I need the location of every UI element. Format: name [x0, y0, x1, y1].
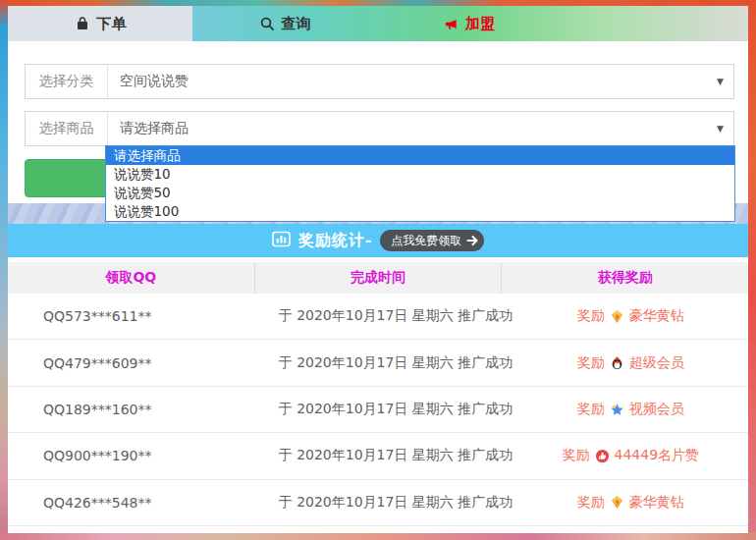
- table-body: QQ573***611** 于 2020年10月17日 星期六 推广成功 奖励 …: [8, 294, 748, 526]
- tab-bar: 下单 查询 加盟: [8, 6, 748, 41]
- category-value: 空间说说赞: [120, 73, 189, 90]
- background-left: [0, 0, 8, 540]
- thumb-icon: [595, 449, 610, 463]
- arrow-right-icon: [466, 235, 479, 246]
- time-cell: 于 2020年10月17日 星期六 推广成功: [278, 340, 513, 385]
- tab-join[interactable]: 加盟: [377, 6, 562, 41]
- qq-cell: QQ479***609**: [8, 340, 278, 385]
- product-row: 选择商品 请选择商品 ▼: [25, 111, 734, 146]
- category-select[interactable]: 空间说说赞 ▼: [108, 65, 733, 98]
- tab-order-label: 下单: [97, 15, 127, 33]
- penguin-icon: [610, 355, 624, 370]
- qq-cell: QQ426***548**: [8, 480, 278, 525]
- reward-name: 豪华黄钻: [629, 494, 684, 512]
- search-icon: [259, 16, 275, 31]
- megaphone-icon: [444, 17, 459, 31]
- table-row: QQ426***548** 于 2020年10月17日 星期六 推广成功 奖励 …: [8, 480, 748, 526]
- reward-prefix: 奖励: [577, 401, 605, 418]
- background-right: [747, 0, 756, 540]
- reward-name: 豪华黄钻: [629, 307, 684, 325]
- dropdown-option[interactable]: 请选择商品: [106, 146, 734, 165]
- reward-name: 44449名片赞: [615, 447, 700, 464]
- reward-stats-card: 奖励统计- 点我免费领取 领取QQ 完成时间 获得奖励 QQ573***611*…: [8, 224, 748, 533]
- category-row: 选择分类 空间说说赞 ▼: [25, 64, 734, 99]
- free-claim-button[interactable]: 点我免费领取: [380, 230, 484, 251]
- qq-cell: QQ900***190**: [8, 433, 278, 478]
- table-header: 领取QQ 完成时间 获得奖励: [8, 262, 748, 294]
- reward-cell: 奖励 44449名片赞: [513, 433, 748, 478]
- chevron-down-icon: ▼: [717, 77, 724, 86]
- free-claim-label: 点我免费领取: [391, 233, 461, 249]
- product-dropdown-list: 请选择商品说说赞10说说赞50说说赞100: [105, 145, 735, 222]
- reward-prefix: 奖励: [563, 447, 590, 464]
- table-row: QQ900***190** 于 2020年10月17日 星期六 推广成功 奖励 …: [8, 433, 748, 479]
- bag-icon: [75, 16, 90, 31]
- product-label: 选择商品: [26, 112, 108, 145]
- reward-prefix: 奖励: [577, 307, 605, 325]
- time-cell: 于 2020年10月17日 星期六 推广成功: [278, 294, 513, 339]
- background-bottom: [0, 532, 756, 540]
- reward-cell: 奖励 豪华黄钻: [513, 480, 748, 525]
- header-time: 完成时间: [255, 262, 503, 294]
- reward-name: 超级会员: [629, 354, 684, 372]
- reward-prefix: 奖励: [577, 494, 605, 512]
- reward-stats-banner: 奖励统计- 点我免费领取: [8, 224, 748, 257]
- star-icon: [610, 403, 624, 417]
- tab-query-label: 查询: [282, 15, 311, 33]
- diamond-icon: [610, 309, 624, 324]
- product-value: 请选择商品: [120, 120, 189, 137]
- header-reward: 获得奖励: [502, 262, 748, 294]
- category-label: 选择分类: [26, 65, 108, 98]
- reward-stats-title: 奖励统计-: [298, 231, 373, 251]
- tab-order[interactable]: 下单: [8, 6, 192, 41]
- qq-cell: QQ189***160**: [8, 387, 278, 432]
- reward-name: 视频会员: [629, 401, 684, 418]
- time-cell: 于 2020年10月17日 星期六 推广成功: [278, 433, 513, 478]
- table-row: QQ573***611** 于 2020年10月17日 星期六 推广成功 奖励 …: [8, 294, 748, 340]
- time-cell: 于 2020年10月17日 星期六 推广成功: [278, 387, 513, 432]
- table-row: QQ479***609** 于 2020年10月17日 星期六 推广成功 奖励 …: [8, 340, 748, 386]
- tab-query[interactable]: 查询: [192, 6, 377, 41]
- reward-cell: 奖励 视频会员: [513, 387, 748, 432]
- product-select[interactable]: 请选择商品 ▼: [108, 112, 733, 145]
- header-qq: 领取QQ: [8, 262, 255, 294]
- qq-cell: QQ573***611**: [8, 294, 278, 339]
- reward-prefix: 奖励: [577, 354, 605, 372]
- reward-cell: 奖励 豪华黄钻: [513, 294, 748, 339]
- reward-cell: 奖励 超级会员: [513, 340, 748, 385]
- tab-join-label: 加盟: [465, 15, 495, 33]
- dropdown-option[interactable]: 说说赞10: [106, 165, 734, 184]
- time-cell: 于 2020年10月17日 星期六 推广成功: [278, 480, 513, 525]
- diamond-icon: [610, 495, 624, 510]
- table-row: QQ189***160** 于 2020年10月17日 星期六 推广成功 奖励 …: [8, 387, 748, 433]
- dropdown-option[interactable]: 说说赞100: [106, 202, 734, 221]
- dropdown-option[interactable]: 说说赞50: [106, 184, 734, 202]
- bar-chart-icon: [272, 231, 291, 251]
- chevron-down-icon: ▼: [717, 124, 724, 134]
